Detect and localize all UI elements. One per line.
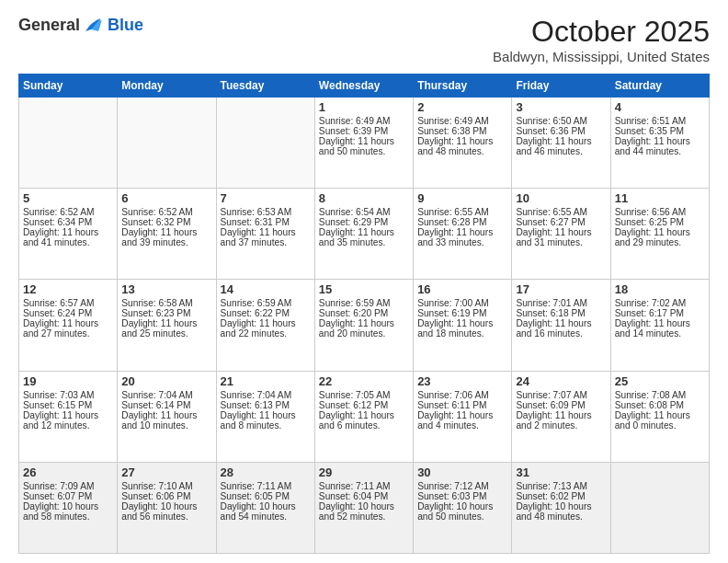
calendar-cell: 10Sunrise: 6:55 AMSunset: 6:27 PMDayligh… [512, 189, 610, 280]
day-number: 11 [615, 191, 705, 205]
day-info-line: Sunset: 6:13 PM [221, 400, 311, 410]
logo-bird-icon [82, 15, 108, 35]
day-info-line: and 10 minutes. [121, 420, 211, 431]
day-number: 4 [615, 100, 705, 114]
calendar-cell [19, 98, 118, 189]
day-number: 29 [319, 465, 409, 479]
day-info-line: Sunset: 6:31 PM [221, 217, 311, 227]
day-info-line: Sunrise: 7:02 AM [615, 298, 705, 308]
day-number: 24 [516, 374, 606, 388]
calendar-cell [118, 98, 216, 189]
day-number: 22 [319, 374, 409, 388]
day-info-line: Sunset: 6:09 PM [516, 400, 606, 410]
day-info-line: and 0 minutes. [615, 420, 705, 431]
day-info-line: Daylight: 10 hours [23, 501, 113, 511]
day-info-line: and 18 minutes. [417, 328, 507, 339]
day-info-line: Sunset: 6:35 PM [615, 126, 705, 136]
day-info-line: and 48 minutes. [417, 146, 507, 156]
day-info-line: Sunset: 6:36 PM [516, 126, 606, 136]
calendar-cell: 12Sunrise: 6:57 AMSunset: 6:24 PMDayligh… [19, 280, 118, 371]
calendar-cell: 23Sunrise: 7:06 AMSunset: 6:11 PMDayligh… [414, 371, 512, 462]
calendar-cell: 17Sunrise: 7:01 AMSunset: 6:18 PMDayligh… [512, 280, 610, 371]
day-number: 28 [221, 465, 311, 479]
calendar-cell: 14Sunrise: 6:59 AMSunset: 6:22 PMDayligh… [216, 280, 314, 371]
day-info-line: and 22 minutes. [221, 328, 311, 339]
day-info-line: Sunrise: 7:10 AM [121, 481, 211, 491]
day-number: 25 [615, 374, 705, 388]
day-info-line: Daylight: 11 hours [615, 410, 705, 420]
day-number: 15 [319, 282, 409, 296]
calendar-cell: 21Sunrise: 7:04 AMSunset: 6:13 PMDayligh… [216, 371, 314, 462]
day-info-line: Sunset: 6:03 PM [417, 491, 507, 501]
day-info-line: and 12 minutes. [23, 420, 113, 431]
day-info-line: Sunset: 6:15 PM [23, 400, 113, 410]
calendar-cell: 9Sunrise: 6:55 AMSunset: 6:28 PMDaylight… [414, 189, 512, 280]
day-number: 13 [121, 282, 211, 296]
day-info-line: Daylight: 11 hours [615, 136, 705, 146]
day-info-line: Sunrise: 7:11 AM [221, 481, 311, 491]
calendar-week-row: 5Sunrise: 6:52 AMSunset: 6:34 PMDaylight… [19, 189, 710, 280]
day-number: 20 [121, 374, 211, 388]
day-info-line: Sunset: 6:06 PM [121, 491, 211, 501]
day-info-line: and 41 minutes. [23, 237, 113, 247]
calendar-cell: 1Sunrise: 6:49 AMSunset: 6:39 PMDaylight… [314, 98, 413, 189]
calendar-week-row: 26Sunrise: 7:09 AMSunset: 6:07 PMDayligh… [19, 462, 710, 553]
day-info-line: Sunrise: 6:59 AM [221, 298, 311, 308]
day-number: 1 [319, 100, 409, 114]
day-info-line: Daylight: 11 hours [23, 318, 113, 328]
day-info-line: Sunset: 6:22 PM [221, 308, 311, 318]
day-info-line: Daylight: 11 hours [221, 410, 311, 420]
day-info-line: Daylight: 11 hours [516, 318, 606, 328]
day-info-line: and 39 minutes. [121, 237, 211, 247]
day-number: 21 [221, 374, 311, 388]
day-number: 18 [615, 282, 705, 296]
day-info-line: and 16 minutes. [516, 328, 606, 339]
day-info-line: and 58 minutes. [23, 511, 113, 522]
day-info-line: Sunrise: 6:53 AM [221, 207, 311, 217]
day-info-line: Sunset: 6:14 PM [121, 400, 211, 410]
day-info-line: Sunrise: 7:06 AM [417, 390, 507, 400]
day-info-line: Sunset: 6:07 PM [23, 491, 113, 501]
logo-general-text: General [18, 16, 80, 35]
day-info-line: Sunrise: 6:50 AM [516, 116, 606, 126]
day-info-line: Daylight: 10 hours [516, 501, 606, 511]
calendar-cell: 16Sunrise: 7:00 AMSunset: 6:19 PMDayligh… [414, 280, 512, 371]
day-info-line: Sunrise: 6:58 AM [121, 298, 211, 308]
logo: General Blue [18, 15, 143, 35]
calendar-cell: 30Sunrise: 7:12 AMSunset: 6:03 PMDayligh… [414, 462, 512, 553]
day-info-line: Sunset: 6:20 PM [319, 308, 409, 318]
day-number: 2 [417, 100, 507, 114]
day-info-line: Sunset: 6:34 PM [23, 217, 113, 227]
day-info-line: Sunset: 6:02 PM [516, 491, 606, 501]
day-info-line: Sunrise: 7:07 AM [516, 390, 606, 400]
header: General Blue October 2025 Baldwyn, Missi… [18, 15, 710, 64]
weekday-header-monday: Monday [118, 75, 216, 98]
day-info-line: and 35 minutes. [319, 237, 409, 247]
day-info-line: and 48 minutes. [516, 511, 606, 522]
day-info-line: Sunrise: 7:12 AM [417, 481, 507, 491]
day-number: 31 [516, 465, 606, 479]
day-number: 16 [417, 282, 507, 296]
day-info-line: Sunrise: 6:57 AM [23, 298, 113, 308]
calendar-cell: 18Sunrise: 7:02 AMSunset: 6:17 PMDayligh… [610, 280, 709, 371]
day-info-line: Sunset: 6:39 PM [319, 126, 409, 136]
day-info-line: Sunset: 6:11 PM [417, 400, 507, 410]
day-info-line: Sunrise: 6:49 AM [417, 116, 507, 126]
weekday-header-tuesday: Tuesday [216, 75, 314, 98]
day-info-line: Sunrise: 6:51 AM [615, 116, 705, 126]
day-info-line: Sunset: 6:19 PM [417, 308, 507, 318]
day-info-line: and 56 minutes. [121, 511, 211, 522]
day-info-line: Sunrise: 7:13 AM [516, 481, 606, 491]
day-info-line: Sunset: 6:29 PM [319, 217, 409, 227]
logo-blue-text: Blue [108, 16, 143, 35]
calendar-cell: 20Sunrise: 7:04 AMSunset: 6:14 PMDayligh… [118, 371, 216, 462]
day-info-line: Sunrise: 6:56 AM [615, 207, 705, 217]
calendar-week-row: 19Sunrise: 7:03 AMSunset: 6:15 PMDayligh… [19, 371, 710, 462]
day-info-line: Sunset: 6:05 PM [221, 491, 311, 501]
calendar-cell: 24Sunrise: 7:07 AMSunset: 6:09 PMDayligh… [512, 371, 610, 462]
day-info-line: Daylight: 11 hours [417, 227, 507, 237]
calendar-cell: 2Sunrise: 6:49 AMSunset: 6:38 PMDaylight… [414, 98, 512, 189]
day-info-line: Sunrise: 7:11 AM [319, 481, 409, 491]
day-info-line: Sunrise: 6:55 AM [417, 207, 507, 217]
day-number: 14 [221, 282, 311, 296]
